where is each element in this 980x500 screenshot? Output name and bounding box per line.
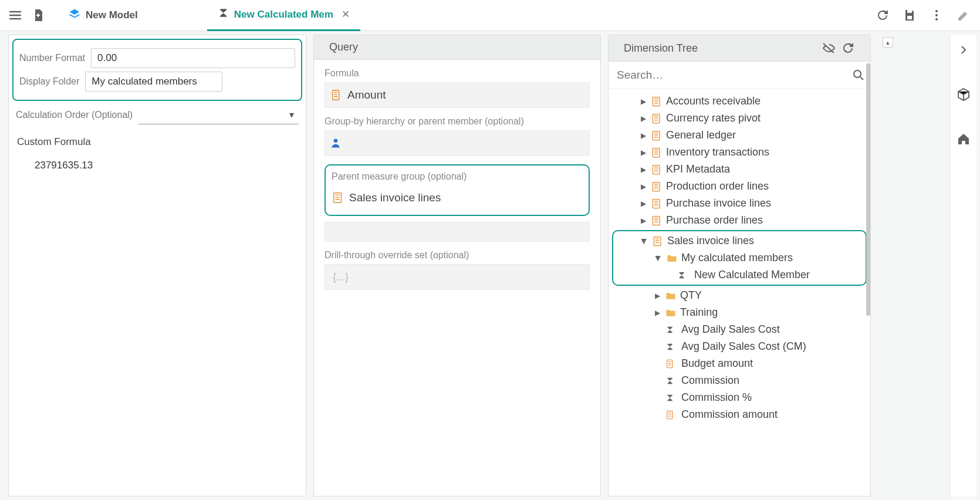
- search-row: [609, 62, 870, 89]
- tree-item-avg-daily-sales-cost[interactable]: ▶Avg Daily Sales Cost: [609, 321, 870, 338]
- folder-icon: [666, 252, 678, 264]
- sigma-icon: [218, 7, 229, 22]
- custom-formula-header: Custom Formula: [9, 133, 306, 151]
- sigma-icon: [665, 342, 675, 352]
- tree-item-sales-invoice-lines[interactable]: ▶Sales invoice lines: [613, 232, 866, 249]
- tree-item-inventory-trans[interactable]: ▶Inventory transactions: [609, 144, 870, 161]
- folder-icon: [665, 307, 677, 319]
- formula-label: Formula: [325, 68, 590, 79]
- table-icon: [651, 164, 663, 175]
- number-format-input[interactable]: [91, 48, 295, 68]
- close-tab-button[interactable]: ✕: [342, 8, 350, 21]
- tree-item-commission[interactable]: ▶Commission: [609, 372, 870, 389]
- cube-icon[interactable]: [953, 84, 974, 105]
- tree-highlight-box: ▶Sales invoice lines ▶My calculated memb…: [612, 230, 867, 286]
- properties-panel: Number Format Display Folder Calculation…: [8, 35, 306, 496]
- tab-label: New Model: [86, 9, 138, 21]
- table-icon: [651, 198, 663, 210]
- table-icon: [651, 147, 663, 158]
- tree-item-purchase-invoice[interactable]: ▶Purchase invoice lines: [609, 195, 870, 212]
- calc-order-label: Calculation Order (Optional): [16, 110, 133, 120]
- drill-field[interactable]: {...}: [325, 264, 590, 290]
- tree-item-accounts-receivable[interactable]: ▶Accounts receivable: [609, 93, 870, 110]
- tree-item-production-order[interactable]: ▶Production order lines: [609, 178, 870, 195]
- refresh-tree-icon[interactable]: [841, 41, 855, 55]
- table-icon: [651, 96, 663, 107]
- sigma-icon: [665, 376, 675, 386]
- measure-icon: [665, 410, 675, 420]
- measure-icon: [330, 89, 343, 102]
- table-icon: [651, 130, 663, 141]
- parent-mg-value: Sales invoice lines: [349, 191, 441, 204]
- right-rail: [949, 35, 976, 496]
- sigma-icon: [665, 325, 675, 335]
- search-input[interactable]: [611, 65, 849, 85]
- measure-icon: [665, 359, 675, 369]
- collapse-tree-button[interactable]: ▴: [883, 37, 893, 48]
- tree: ▶Accounts receivable ▶Currency rates piv…: [609, 89, 870, 491]
- display-folder-label: Display Folder: [19, 76, 79, 87]
- visibility-off-icon[interactable]: [822, 41, 836, 55]
- topbar: New Model New Calculated Mem ✕: [0, 0, 980, 31]
- layers-icon: [68, 8, 81, 23]
- tree-item-qty[interactable]: ▶QTY: [609, 287, 870, 304]
- groupby-field[interactable]: [325, 130, 590, 156]
- folder-icon: [665, 290, 677, 302]
- home-icon[interactable]: [953, 129, 974, 150]
- tree-item-new-calculated-member[interactable]: New Calculated Member: [613, 266, 866, 283]
- query-header: Query: [314, 35, 600, 60]
- menu-icon[interactable]: [5, 5, 26, 26]
- tree-item-currency-rates[interactable]: ▶Currency rates pivot: [609, 110, 870, 127]
- tree-item-training[interactable]: ▶Training: [609, 304, 870, 321]
- edit-button[interactable]: [953, 5, 974, 26]
- format-folder-box: Number Format Display Folder: [12, 39, 302, 101]
- refresh-button[interactable]: [872, 5, 893, 26]
- new-document-icon[interactable]: [28, 5, 49, 26]
- dimension-tree-panel: Dimension Tree ▶Accounts receivable ▶Cur…: [608, 35, 871, 496]
- tree-item-commission-amount[interactable]: ▶Commission amount: [609, 406, 870, 423]
- number-format-label: Number Format: [19, 53, 85, 63]
- table-icon: [652, 235, 664, 247]
- tree-item-purchase-order[interactable]: ▶Purchase order lines: [609, 212, 870, 229]
- tab-new-calculated-member[interactable]: New Calculated Mem ✕: [207, 0, 360, 31]
- tree-item-general-ledger[interactable]: ▶General ledger: [609, 127, 870, 144]
- tab-new-model[interactable]: New Model: [58, 0, 148, 31]
- dimension-tree-title: Dimension Tree: [624, 42, 698, 55]
- tree-item-kpi-metadata[interactable]: ▶KPI Metadata: [609, 161, 870, 178]
- drill-placeholder: {...}: [330, 271, 349, 283]
- tab-label: New Calculated Mem: [234, 9, 333, 21]
- tree-item-budget-amount[interactable]: ▶Budget amount: [609, 355, 870, 372]
- save-button[interactable]: [899, 5, 920, 26]
- more-button[interactable]: [926, 5, 947, 26]
- query-panel: Query Formula Amount Group-by hierarchy …: [313, 35, 601, 496]
- extra-field[interactable]: [325, 222, 590, 242]
- custom-formula-value: 23791635.13: [9, 151, 306, 178]
- sigma-icon: [677, 270, 687, 281]
- table-icon: [651, 215, 663, 227]
- table-icon: [332, 191, 344, 204]
- sigma-icon: [665, 393, 675, 403]
- table-icon: [651, 113, 663, 124]
- query-title: Query: [329, 41, 358, 53]
- table-icon: [651, 181, 663, 192]
- person-icon: [330, 136, 342, 150]
- parent-mg-label: Parent measure group (optional): [332, 171, 583, 182]
- expand-rail-button[interactable]: [953, 39, 974, 60]
- groupby-label: Group-by hierarchy or parent member (opt…: [325, 116, 590, 127]
- formula-value: Amount: [347, 89, 386, 102]
- parent-measure-group-box: Parent measure group (optional) Sales in…: [325, 164, 590, 216]
- parent-mg-field[interactable]: Sales invoice lines: [332, 185, 583, 211]
- tree-scrollbar[interactable]: [866, 63, 870, 496]
- tree-item-commission-pct[interactable]: ▶Commission %: [609, 389, 870, 406]
- tree-item-my-calculated-members[interactable]: ▶My calculated members: [613, 249, 866, 266]
- display-folder-input[interactable]: [85, 72, 222, 92]
- workspace: Number Format Display Folder Calculation…: [0, 31, 980, 500]
- formula-field[interactable]: Amount: [325, 82, 590, 108]
- drill-label: Drill-through override set (optional): [325, 250, 590, 261]
- calc-order-select[interactable]: ▾: [138, 106, 299, 124]
- tree-item-avg-daily-sales-cost-cm[interactable]: ▶Avg Daily Sales Cost (CM): [609, 338, 870, 355]
